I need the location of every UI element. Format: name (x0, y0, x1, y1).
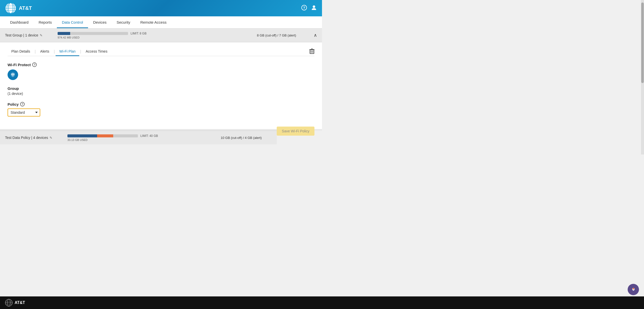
save-wifi-policy-button[interactable]: Save Wi-Fi Policy (277, 127, 314, 136)
bottom-group-title: Test Data Policy | 4 devices ✎ (5, 136, 52, 140)
wifi-protect-heading: Wi-Fi Protect ? (8, 62, 314, 67)
svg-text:?: ? (303, 6, 305, 10)
edit-group-icon[interactable]: ✎ (40, 33, 43, 37)
tab-access-times[interactable]: Access Times (82, 47, 111, 56)
user-icon (311, 5, 317, 11)
bottom-group-row: Test Data Policy | 4 devices ✎ LIMIT: 40… (0, 131, 277, 144)
group-title-text: Test Group | 1 device (5, 33, 38, 37)
nav-data-control[interactable]: Data Control (57, 17, 88, 28)
wifi-protect-section: Wi-Fi Protect ? (8, 62, 314, 80)
wifi-protect-help-icon[interactable]: ? (32, 62, 37, 67)
cutoff-label: 8 GB (cut-off) / 7 GB (alert) (257, 33, 296, 37)
group-title: Test Group | 1 device ✎ (5, 33, 43, 37)
policy-select[interactable]: Standard Advanced Custom (8, 108, 40, 117)
progress-bar (58, 32, 128, 35)
collapse-button[interactable]: ∧ (314, 32, 317, 38)
tab-sep-2: | (53, 49, 56, 54)
wifi-protect-label: Wi-Fi Protect (8, 63, 31, 67)
nav-reports[interactable]: Reports (33, 17, 57, 28)
svg-point-16 (13, 75, 13, 76)
group-section-value: (1 device) (8, 92, 314, 96)
bottom-edit-icon[interactable]: ✎ (50, 136, 52, 140)
user-button[interactable] (311, 5, 317, 12)
tab-sep-3: | (79, 49, 82, 54)
nav-remote-access[interactable]: Remote Access (135, 17, 172, 28)
help-button[interactable]: ? (301, 5, 307, 12)
group-section: Group (1 device) (8, 86, 314, 96)
svg-point-9 (313, 5, 315, 8)
logo-area: AT&T (5, 3, 32, 14)
nav-dashboard[interactable]: Dashboard (5, 17, 33, 28)
group-section-label: Group (8, 86, 314, 91)
pb-gray (113, 134, 138, 137)
att-globe-icon (5, 3, 16, 14)
policy-help-icon[interactable]: ? (20, 102, 25, 106)
sub-tabs: Plan Details | Alerts | Wi-Fi Plan | Acc… (8, 47, 314, 56)
bottom-group-title-text: Test Data Policy | 4 devices (5, 136, 48, 140)
shield-wifi-svg (10, 72, 16, 78)
bottom-progress-row: LIMIT: 40 GB (67, 134, 216, 138)
limit-label: LIMIT: 8 GB (131, 32, 146, 35)
bottom-usage-label: 33.13 GB USED (67, 138, 216, 141)
header: AT&T ? (0, 0, 322, 16)
trash-icon (309, 48, 314, 54)
main-content: Plan Details | Alerts | Wi-Fi Plan | Acc… (0, 42, 322, 131)
bottom-usage-section: LIMIT: 40 GB 33.13 GB USED (67, 134, 216, 141)
bottom-limit-label: LIMIT: 40 GB (140, 134, 158, 138)
bottom-progress-bar (67, 134, 138, 137)
tab-plan-details[interactable]: Plan Details (8, 47, 34, 56)
policy-heading: Policy ? (8, 102, 314, 106)
usage-section: LIMIT: 8 GB 974.42 MB USED (58, 32, 252, 39)
wifi-shield-icon (8, 69, 18, 80)
pb-orange (97, 134, 113, 137)
tab-wifi-plan[interactable]: Wi-Fi Plan (56, 47, 79, 56)
group-row: Test Group | 1 device ✎ LIMIT: 8 GB 974.… (0, 28, 322, 42)
nav-devices[interactable]: Devices (88, 17, 111, 28)
usage-label: 974.42 MB USED (58, 36, 252, 39)
policy-section: Policy ? Standard Advanced Custom (8, 102, 314, 117)
bottom-cutoff-label: 10 GB (cut-off) / 4 GB (alert) (221, 136, 262, 140)
brand-name: AT&T (19, 5, 32, 11)
delete-button[interactable] (309, 48, 314, 55)
help-icon: ? (301, 5, 307, 11)
main-nav: Dashboard Reports Data Control Devices S… (0, 16, 322, 28)
tab-alerts[interactable]: Alerts (36, 47, 53, 56)
header-icons: ? (301, 5, 317, 12)
tab-sep-1: | (34, 49, 36, 54)
pb-blue (67, 134, 97, 137)
progress-row: LIMIT: 8 GB (58, 32, 252, 35)
progress-bar-fill (58, 32, 70, 35)
nav-security[interactable]: Security (112, 17, 135, 28)
policy-label-text: Policy (8, 102, 19, 106)
